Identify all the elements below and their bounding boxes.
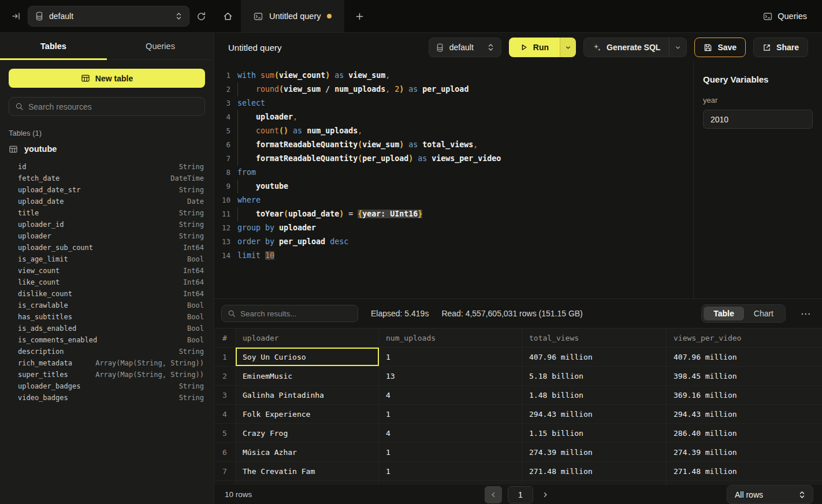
database-icon bbox=[35, 12, 43, 21]
sidebar-table-name: youtube bbox=[24, 144, 57, 154]
column-type: String bbox=[179, 232, 204, 240]
table-cell[interactable]: 1.15 billion bbox=[522, 424, 667, 442]
table-cell[interactable]: 294.43 million bbox=[522, 405, 667, 423]
sidebar-tab-queries[interactable]: Queries bbox=[107, 33, 214, 59]
table-cell[interactable]: 271.48 million bbox=[667, 462, 822, 480]
table-cell[interactable]: 274.39 million bbox=[522, 443, 667, 461]
row-number-cell[interactable]: 6 bbox=[214, 443, 236, 461]
line-number: 1 bbox=[214, 69, 230, 83]
run-button[interactable]: Run bbox=[509, 38, 560, 57]
column-row: upload_dateDate bbox=[0, 196, 214, 207]
table-cell[interactable]: 407.96 million bbox=[667, 348, 822, 366]
results-header-cell[interactable]: num_uploads bbox=[379, 328, 522, 347]
row-number-cell[interactable]: 2 bbox=[214, 367, 236, 385]
results-search-input[interactable] bbox=[240, 309, 352, 318]
variable-year-input[interactable] bbox=[703, 110, 813, 129]
share-button[interactable]: Share bbox=[753, 38, 808, 57]
generate-sql-chevron-icon[interactable] bbox=[669, 38, 686, 57]
results-header-cell[interactable]: # bbox=[214, 328, 236, 347]
save-button[interactable]: Save bbox=[694, 38, 746, 57]
code-line: 8from bbox=[214, 166, 693, 180]
table-cell[interactable]: 13 bbox=[379, 367, 522, 385]
column-type: String bbox=[179, 186, 204, 194]
code-line: 5 count() as num_uploads, bbox=[214, 124, 693, 138]
generate-sql-button[interactable]: Generate SQL bbox=[584, 38, 669, 57]
table-cell[interactable]: 1 bbox=[379, 462, 522, 480]
table-cell[interactable]: 1 bbox=[379, 405, 522, 423]
share-icon bbox=[763, 43, 771, 52]
view-toggle-chart[interactable]: Chart bbox=[744, 307, 783, 320]
column-row: dislike_countInt64 bbox=[0, 288, 214, 300]
sidebar-table-youtube[interactable]: youtube bbox=[0, 141, 214, 156]
generate-sql-group: Generate SQL bbox=[583, 38, 687, 57]
table-cell[interactable]: Soy Un Curioso bbox=[236, 348, 379, 366]
table-cell[interactable]: 407.96 million bbox=[522, 348, 667, 366]
code-line: 2 round(view_sum / num_uploads, 2) as pe… bbox=[214, 83, 693, 96]
code-line: 1with sum(view_count) as view_sum, bbox=[214, 69, 693, 83]
table-cell[interactable]: 4 bbox=[379, 424, 522, 442]
queries-button[interactable]: Queries bbox=[763, 12, 807, 21]
query-database-selector[interactable]: default bbox=[429, 38, 501, 57]
database-selector[interactable]: default bbox=[28, 6, 189, 27]
table-cell[interactable]: Galinha Pintadinha bbox=[236, 386, 379, 404]
table-cell[interactable]: 274.39 million bbox=[667, 443, 822, 461]
results-menu-ellipsis-icon[interactable]: ⋯ bbox=[798, 308, 813, 320]
column-type: Int64 bbox=[183, 278, 204, 286]
tab-untitled-query[interactable]: Untitled query bbox=[241, 0, 344, 32]
column-name: upload_date_str bbox=[18, 186, 80, 194]
row-number-cell[interactable]: 7 bbox=[214, 462, 236, 480]
table-cell[interactable]: Música Azhar bbox=[236, 443, 379, 461]
code-line: 6 formatReadableQuantity(view_sum) as to… bbox=[214, 138, 693, 152]
new-table-button[interactable]: New table bbox=[9, 69, 205, 88]
column-type: Array(Map(String, String)) bbox=[95, 371, 204, 379]
column-row: like_countInt64 bbox=[0, 277, 214, 288]
column-type: String bbox=[179, 348, 204, 356]
page-number[interactable]: 1 bbox=[508, 486, 533, 503]
table-cell[interactable]: 286.40 million bbox=[667, 424, 822, 442]
table-cell[interactable]: 369.16 million bbox=[667, 386, 822, 404]
page-size-selector[interactable]: All rows bbox=[727, 485, 813, 504]
table-cell[interactable]: 4 bbox=[379, 386, 522, 404]
page-prev-icon[interactable] bbox=[485, 486, 502, 503]
results-header-cell[interactable]: views_per_video bbox=[667, 328, 822, 347]
elapsed-stat: Elapsed: 5.419s bbox=[371, 309, 429, 318]
column-name: video_badges bbox=[18, 394, 68, 402]
collapse-sidebar-icon[interactable] bbox=[12, 12, 21, 21]
column-type: String bbox=[179, 382, 204, 390]
resource-search-input[interactable] bbox=[28, 102, 199, 111]
refresh-icon[interactable] bbox=[196, 12, 206, 21]
page-next-icon[interactable] bbox=[539, 491, 552, 498]
results-header-cell[interactable]: total_views bbox=[522, 328, 667, 347]
table-cell[interactable]: The Crevatin Fam bbox=[236, 462, 379, 480]
table-cell[interactable]: Crazy Frog bbox=[236, 424, 379, 442]
table-cell[interactable]: 1.48 billion bbox=[522, 386, 667, 404]
table-cell[interactable]: 1 bbox=[379, 348, 522, 366]
results-header-cell[interactable]: uploader bbox=[236, 328, 379, 347]
row-number-cell[interactable]: 5 bbox=[214, 424, 236, 442]
sql-editor[interactable]: 1with sum(view_count) as view_sum,2 roun… bbox=[214, 62, 693, 298]
column-name: rich_metadata bbox=[18, 359, 72, 367]
table-cell[interactable]: 398.45 million bbox=[667, 367, 822, 385]
table-row: 2EminemMusic135.18 billion398.45 million bbox=[214, 367, 822, 386]
code-line: 3select bbox=[214, 96, 693, 110]
new-tab-icon[interactable] bbox=[344, 0, 374, 32]
table-cell[interactable]: 294.43 million bbox=[667, 405, 822, 423]
view-toggle-table[interactable]: Table bbox=[704, 307, 744, 320]
row-number-cell[interactable]: 1 bbox=[214, 348, 236, 366]
table-cell[interactable]: EminemMusic bbox=[236, 367, 379, 385]
home-icon[interactable] bbox=[214, 0, 241, 32]
column-name: uploader_id bbox=[18, 221, 64, 229]
table-cell[interactable]: Folk Experience bbox=[236, 405, 379, 423]
table-cell[interactable]: 5.18 billion bbox=[522, 367, 667, 385]
sidebar-tab-tables[interactable]: Tables bbox=[0, 33, 107, 59]
column-name: is_comments_enabled bbox=[18, 336, 97, 344]
run-options-chevron-icon[interactable] bbox=[560, 38, 576, 57]
column-row: uploader_badgesString bbox=[0, 380, 214, 392]
code-line: 11 toYear(upload_date) = {year: UInt16} bbox=[214, 207, 693, 221]
table-cell[interactable]: 271.48 million bbox=[522, 462, 667, 480]
query-toolbar: Untitled query default Run bbox=[214, 33, 822, 62]
table-cell[interactable]: 1 bbox=[379, 443, 522, 461]
new-table-button-label: New table bbox=[95, 74, 133, 83]
row-number-cell[interactable]: 4 bbox=[214, 405, 236, 423]
row-number-cell[interactable]: 3 bbox=[214, 386, 236, 404]
